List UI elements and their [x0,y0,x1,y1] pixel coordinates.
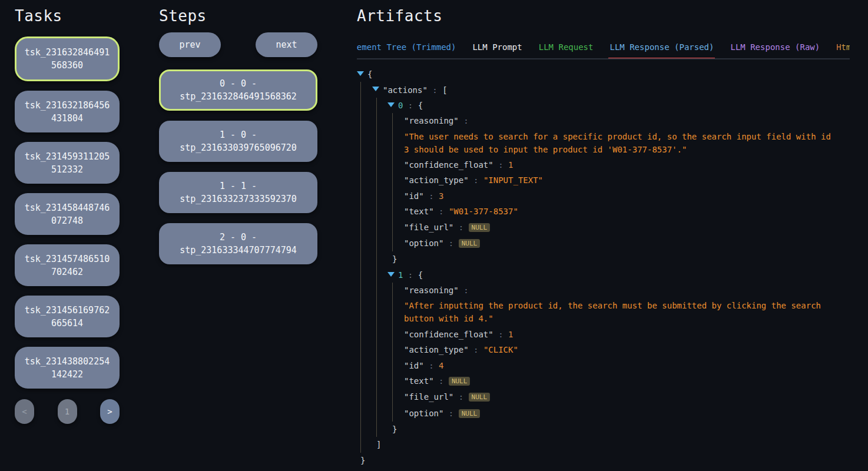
collapse-arrow-icon[interactable] [357,71,364,76]
json-brace: [ [442,85,447,95]
artifacts-tabs: Element Tree (Trimmed)LLM PromptLLM Requ… [357,38,850,58]
artifacts-panel: Artifacts Element Tree (Trimmed)LLM Prom… [357,0,868,468]
json-brace: { [418,101,423,110]
tab-llm-response-parsed[interactable]: LLM Response (Parsed) [608,38,715,59]
indent-guide [360,251,361,267]
steps-nav: prev next [159,32,317,57]
json-row: "reasoning" : [357,283,854,298]
tab-html-raw[interactable]: Html (Raw) [835,38,850,59]
json-null-badge: NULL [459,409,481,418]
step-button[interactable]: 1 - 0 -stp_231633039765096720 [159,121,317,162]
app-root: Tasks tsk_231632846491568360tsk_23163218… [0,0,868,471]
tab-llm-response-raw[interactable]: LLM Response (Raw) [729,38,821,59]
task-button[interactable]: tsk_231632186456431804 [15,91,120,132]
indent-guide [392,327,393,342]
json-row: "confidence_float" : 1 [357,327,854,342]
indent-guide [360,129,361,157]
indent-guide [376,157,377,173]
task-button[interactable]: tsk_231438802254142422 [15,347,120,389]
collapse-arrow-icon[interactable] [387,102,395,107]
json-key: "option" [404,238,443,248]
json-number: 1 [508,330,513,339]
tasks-list: tsk_231632846491568360tsk_23163218645643… [15,37,120,389]
task-button[interactable]: tsk_231457486510702462 [15,244,120,286]
indent-guide [392,204,393,219]
indent-guide [376,129,377,157]
tasks-panel: Tasks tsk_231632846491568360tsk_23163218… [15,0,120,424]
indent-guide [360,298,361,326]
json-key: "text" [404,207,434,216]
json-row: ] [357,437,854,452]
indent-guide [360,267,361,283]
indent-guide [360,98,361,113]
indent-guide [376,357,377,373]
indent-guide [392,389,393,405]
json-colon: : [443,409,458,418]
tasks-next-page-button[interactable]: > [100,399,120,424]
step-button[interactable]: 0 - 0 -stp_231632846491568362 [159,69,317,111]
json-colon: : [403,270,418,280]
json-brace: ] [376,440,381,449]
json-brace: } [392,254,397,264]
json-key: "file_url" [404,392,453,402]
tab-llm-prompt[interactable]: LLM Prompt [471,38,523,59]
indent-guide [376,204,377,219]
steps-title: Steps [159,7,317,25]
json-row: "id" : 4 [357,357,854,373]
collapse-arrow-icon[interactable] [372,87,379,91]
json-row: "action_type" : "INPUT_TEXT" [357,173,854,188]
tab-element-tree-trimmed[interactable]: Element Tree (Trimmed) [357,38,457,59]
indent-guide [360,406,361,422]
json-row: "After inputting the product id, the sea… [357,298,854,326]
json-key: "actions" [383,85,428,95]
task-button[interactable]: tsk_231459311205512332 [15,142,120,184]
json-string: "W01-377-8537" [449,207,518,216]
indent-guide [360,236,361,251]
indent-guide [392,188,393,204]
indent-guide [360,357,361,373]
task-button[interactable]: tsk_231458448746072748 [15,193,120,235]
json-null-badge: NULL [459,239,481,248]
json-colon: : [453,392,468,402]
steps-prev-button[interactable]: prev [159,32,221,57]
json-colon: : [403,101,418,110]
json-string: "After inputting the product id, the sea… [404,299,836,325]
indent-guide [360,157,361,173]
json-key: "action_type" [404,345,469,354]
task-button[interactable]: tsk_231632846491568360 [15,37,120,81]
tab-llm-request[interactable]: LLM Request [538,38,595,59]
indent-guide [360,342,361,357]
json-colon: : [434,207,449,216]
tasks-prev-page-button[interactable]: < [15,399,34,424]
collapse-arrow-icon[interactable] [387,272,395,277]
json-colon: : [453,223,468,232]
indent-guide [360,422,361,437]
indent-guide [360,283,361,298]
json-number: 1 [508,160,513,170]
indent-guide [376,236,377,251]
json-row: "confidence_float" : 1 [357,157,854,173]
json-key: "text" [404,376,434,386]
step-label-line2: stp_231633237333592370 [165,193,312,205]
json-row: "actions" : [ [357,82,854,97]
json-colon: : [469,175,483,185]
indent-guide [360,219,361,235]
step-label-line2: stp_231633344707774794 [165,244,312,257]
json-row: "reasoning" : [357,113,854,128]
json-brace: { [418,270,423,280]
json-row: "action_type" : "CLICK" [357,342,854,357]
steps-next-button[interactable]: next [256,32,317,57]
indent-guide [376,98,377,113]
indent-guide [392,173,393,188]
indent-guide [376,219,377,235]
indent-guide [360,188,361,204]
tasks-current-page-button[interactable]: 1 [58,399,77,424]
json-colon: : [493,330,508,339]
json-row: "option" : NULL [357,236,854,251]
indent-guide [376,283,377,298]
json-row: "id" : 3 [357,188,854,204]
step-button[interactable]: 2 - 0 -stp_231633344707774794 [159,223,317,264]
indent-guide [376,113,377,128]
step-button[interactable]: 1 - 1 -stp_231633237333592370 [159,172,317,213]
task-button[interactable]: tsk_231456169762665614 [15,296,120,337]
